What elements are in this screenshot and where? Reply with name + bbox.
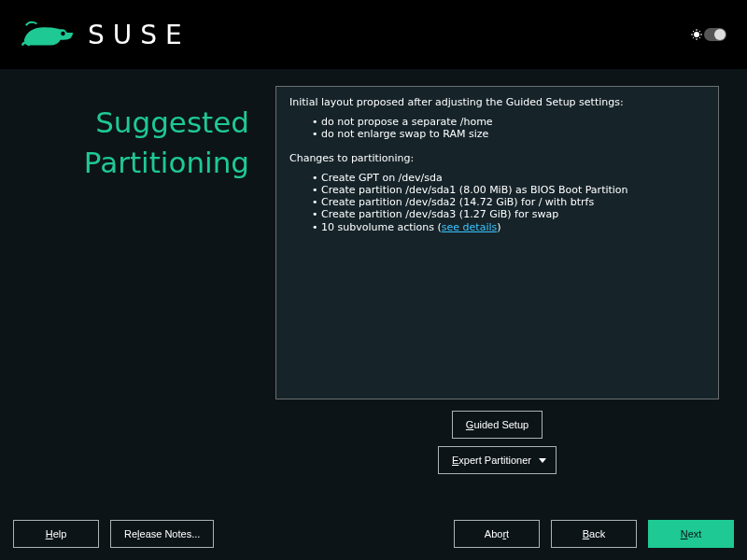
chevron-down-icon — [539, 458, 546, 463]
wizard-footer: Help Release Notes... Abort Back Next — [0, 508, 747, 560]
page-title: Suggested Partitioning — [0, 103, 249, 184]
expert-partitioner-button[interactable]: Expert Partitioner — [438, 446, 557, 474]
svg-point-2 — [694, 32, 699, 37]
next-button[interactable]: Next — [648, 520, 734, 548]
abort-button[interactable]: Abort — [454, 520, 540, 548]
page-title-sidebar: Suggested Partitioning — [0, 69, 275, 508]
list-item: Create GPT on /dev/sda — [321, 172, 705, 184]
list-item: do not enlarge swap to RAM size — [321, 128, 705, 140]
guided-setup-button[interactable]: Guided Setup — [452, 411, 543, 439]
brand-name: SUSE — [88, 20, 190, 50]
svg-line-8 — [699, 37, 700, 38]
changes-label: Changes to partitioning: — [289, 152, 705, 164]
brand-logo: SUSE — [21, 18, 190, 51]
list-item: do not propose a separate /home — [321, 116, 705, 128]
chameleon-icon — [21, 18, 75, 51]
svg-line-7 — [693, 31, 694, 32]
svg-line-9 — [693, 37, 694, 38]
list-item: Create partition /dev/sda1 (8.00 MiB) as… — [321, 184, 705, 196]
release-notes-button[interactable]: Release Notes... — [110, 520, 214, 548]
settings-list: do not propose a separate /home do not e… — [321, 116, 705, 140]
list-item: Create partition /dev/sda3 (1.27 GiB) fo… — [321, 208, 705, 220]
sun-icon — [691, 29, 702, 40]
partitioning-summary-panel: Initial layout proposed after adjusting … — [275, 86, 719, 399]
list-item: 10 subvolume actions (see details) — [321, 221, 705, 233]
list-item: Create partition /dev/sda2 (14.72 GiB) f… — [321, 196, 705, 208]
see-details-link[interactable]: see details — [442, 221, 497, 233]
help-button[interactable]: Help — [13, 520, 99, 548]
summary-intro: Initial layout proposed after adjusting … — [289, 96, 705, 108]
top-bar: SUSE — [0, 0, 747, 69]
back-button[interactable]: Back — [551, 520, 637, 548]
svg-line-10 — [699, 31, 700, 32]
changes-list: Create GPT on /dev/sda Create partition … — [321, 172, 705, 233]
svg-point-1 — [61, 32, 64, 35]
theme-toggle[interactable] — [704, 28, 726, 41]
